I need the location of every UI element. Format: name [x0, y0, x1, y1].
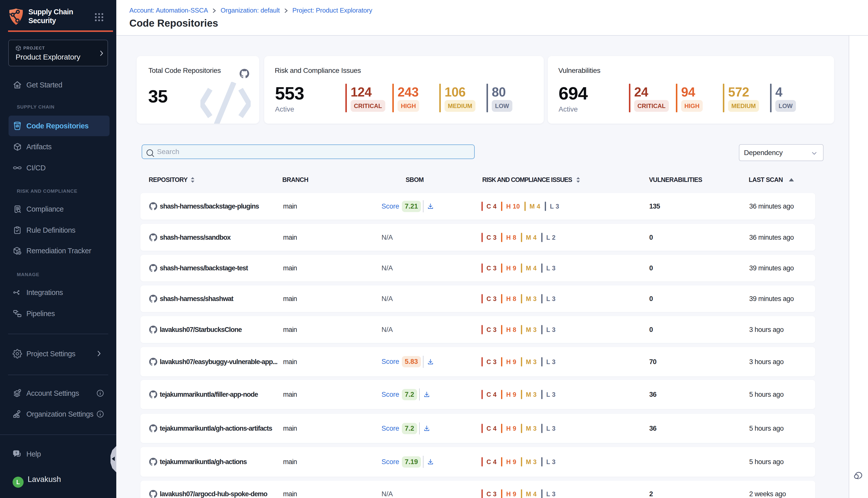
svg-text:?: ? — [15, 451, 17, 455]
